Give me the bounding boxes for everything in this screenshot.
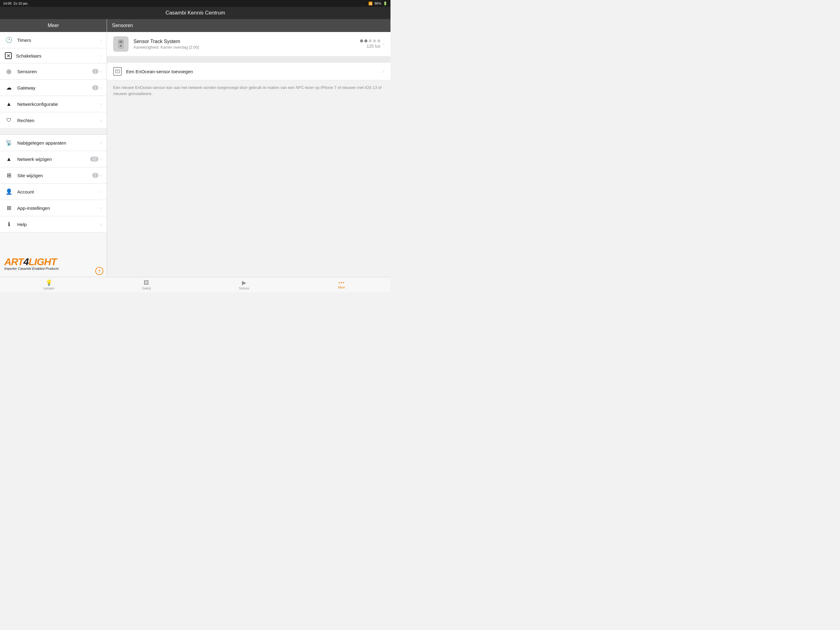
sensor-icon: ◎ — [5, 67, 13, 75]
sidebar-item-sensoren[interactable]: ◎ Sensoren 1 › — [0, 63, 107, 80]
sidebar-item-nabijgelegen[interactable]: 📡 Nabijgelegen apparaten › — [0, 135, 107, 151]
add-sensor-label: Een EnOcean-sensor toevoegen — [126, 69, 383, 74]
lampen-tab-label: Lampen — [43, 287, 54, 290]
sidebar-item-site-wijzigen[interactable]: ⊞ Site wijzigen 1 › — [0, 167, 107, 184]
sidebar-item-gateway[interactable]: ☁ Gateway 1 › — [0, 80, 107, 96]
galerij-tab-label: Galerij — [142, 287, 151, 290]
battery-text: 86% — [374, 2, 381, 5]
status-bar: 14:00 Zo 10 jan. 📶 86% 🔋 — [0, 0, 390, 7]
tab-meer[interactable]: ••• Meer — [293, 280, 391, 289]
sidebar-item-netwerk-wijzigen[interactable]: ▲ Netwerk wijzigen 32 › — [0, 151, 107, 167]
content-title: Sensoren — [112, 23, 133, 28]
sensoren-label: Sensoren — [17, 69, 92, 74]
nearby-icon: 📡 — [5, 139, 13, 147]
dot-4 — [373, 40, 376, 43]
gateway-label: Gateway — [17, 85, 92, 90]
sidebar-header: Meer — [0, 19, 107, 32]
svg-point-2 — [120, 45, 122, 47]
sidebar-item-schakelaars[interactable]: ✕ Schakelaars › — [0, 48, 107, 63]
dot-3 — [369, 40, 372, 43]
status-right: 📶 86% 🔋 — [368, 2, 387, 6]
status-time: 14:00 — [3, 2, 12, 5]
content-area: Sensoren Sensor Track System Aanwezighei… — [107, 19, 390, 277]
network-config-icon: ▲ — [5, 100, 13, 108]
sidebar-item-account[interactable]: 👤 Account › — [0, 184, 107, 200]
sensor-name: Sensor Track System — [133, 39, 360, 44]
sensoren-badge: 1 — [92, 69, 99, 74]
wifi-icon: 📶 — [368, 2, 373, 6]
schakelaars-label: Schakelaars — [16, 53, 100, 59]
site-icon: ⊞ — [5, 171, 13, 179]
dot-1 — [360, 40, 363, 43]
chevron-icon: › — [100, 140, 102, 145]
switch-icon: ✕ — [5, 52, 12, 59]
content-header: Sensoren — [107, 19, 390, 32]
scenes-icon: ▶ — [242, 279, 246, 286]
dot-2 — [364, 40, 368, 43]
add-sensor-separator — [107, 57, 390, 63]
tab-scenes[interactable]: ▶ Scènes — [195, 279, 293, 290]
chevron-icon: › — [100, 173, 102, 178]
sensor-info: Sensor Track System Aanwezigheid: Kamer … — [133, 39, 360, 49]
sidebar: Meer 🕐 Timers › ✕ Schakelaars › ◎ Sensor… — [0, 19, 107, 277]
app-header: Casambi Kennis Centrum — [0, 7, 390, 19]
sensor-status: Aanwezigheid: Kamer overdag [2:00] — [133, 45, 360, 49]
lampen-icon: 💡 — [46, 279, 52, 286]
tab-galerij[interactable]: 🖼 Galerij — [98, 280, 196, 290]
site-badge: 1 — [92, 173, 99, 178]
sensor-chevron-icon: › — [383, 41, 384, 46]
battery-icon: 🔋 — [383, 2, 387, 6]
add-sensor-icon — [113, 67, 122, 76]
account-icon: 👤 — [5, 188, 13, 196]
netwerk-wijzigen-label: Netwerk wijzigen — [17, 157, 90, 162]
chevron-icon: › — [100, 85, 102, 90]
sensor-list-item[interactable]: Sensor Track System Aanwezigheid: Kamer … — [107, 32, 390, 56]
site-wijzigen-label: Site wijzigen — [17, 173, 92, 178]
add-enocean-sensor-button[interactable]: Een EnOcean-sensor toevoegen › — [107, 63, 390, 80]
sensor-lux: 125 lux — [366, 44, 381, 49]
dot-5 — [377, 40, 381, 43]
chevron-icon: › — [100, 157, 102, 161]
account-label: Account — [17, 189, 100, 195]
help-icon: ℹ — [5, 220, 13, 228]
rechten-label: Rechten — [17, 118, 100, 123]
chevron-icon: › — [100, 101, 102, 106]
scenes-tab-label: Scènes — [239, 287, 249, 290]
timers-label: Timers — [17, 38, 100, 43]
nabijgelegen-label: Nabijgelegen apparaten — [17, 140, 100, 146]
sidebar-item-rechten[interactable]: 🛡 Rechten › — [0, 112, 107, 128]
chevron-icon: › — [100, 118, 102, 123]
netwerkconfiguratie-label: Netwerkconfiguratie — [17, 101, 100, 107]
sensor-right: 125 lux — [360, 40, 381, 49]
chevron-icon: › — [100, 206, 102, 211]
netwerk-badge: 32 — [90, 157, 98, 161]
app-instellingen-label: App-instellingen — [17, 206, 100, 211]
chevron-icon: › — [100, 53, 102, 58]
sidebar-item-app-instellingen[interactable]: ⊞ App-instellingen › — [0, 200, 107, 216]
app-settings-icon: ⊞ — [5, 204, 13, 212]
galerij-icon: 🖼 — [144, 280, 149, 286]
chevron-icon: › — [100, 38, 102, 43]
gateway-badge: 1 — [92, 85, 99, 90]
sidebar-separator — [0, 128, 107, 135]
tab-bar: 💡 Lampen 🖼 Galerij ▶ Scènes ••• Meer — [0, 277, 390, 292]
sidebar-item-help[interactable]: ℹ Help › — [0, 216, 107, 233]
tab-lampen[interactable]: 💡 Lampen — [0, 279, 98, 290]
clock-icon: 🕐 — [5, 36, 13, 44]
main-layout: Meer 🕐 Timers › ✕ Schakelaars › ◎ Sensor… — [0, 19, 390, 277]
chevron-icon: › — [100, 69, 102, 74]
help-question-badge[interactable]: ? — [95, 267, 103, 275]
help-label: Help — [17, 222, 100, 227]
svg-rect-3 — [115, 70, 120, 73]
sensor-thumbnail — [113, 36, 128, 52]
status-day: Zo 10 jan. — [14, 2, 28, 5]
meer-tab-label: Meer — [338, 286, 345, 289]
chevron-icon: › — [100, 189, 102, 194]
sidebar-item-timers[interactable]: 🕐 Timers › — [0, 32, 107, 48]
add-sensor-chevron-icon: › — [383, 69, 384, 74]
rechten-icon: 🛡 — [5, 116, 13, 124]
meer-icon: ••• — [338, 280, 345, 285]
app-title: Casambi Kennis Centrum — [166, 10, 225, 16]
gateway-icon: ☁ — [5, 84, 13, 92]
sidebar-item-netwerkconfiguratie[interactable]: ▲ Netwerkconfiguratie › — [0, 96, 107, 112]
